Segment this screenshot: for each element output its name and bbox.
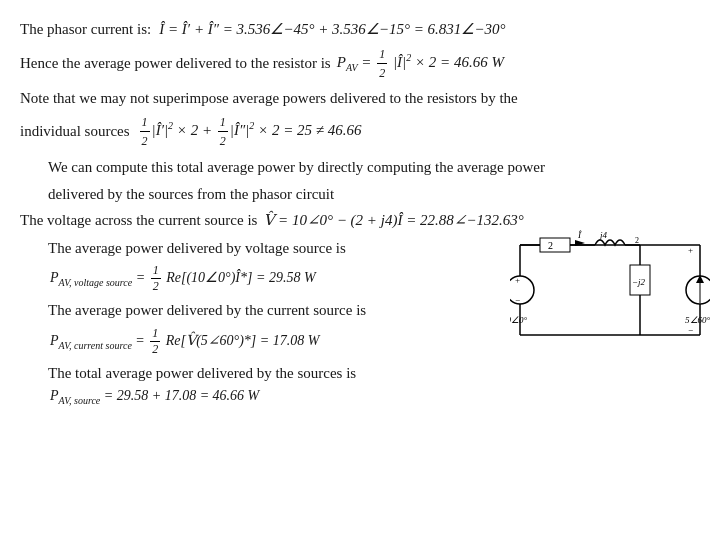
svg-text:−: − <box>688 325 693 335</box>
phasor-current-label: The phasor current is: <box>20 18 151 41</box>
avg-power-label: Hence the average power delivered to the… <box>20 52 331 75</box>
circuit-svg: + − 10∠0° 2 j4 −j2 5∠60° + − Î <box>510 225 710 355</box>
compute-line2: delivered by the sources from the phasor… <box>48 183 700 206</box>
phasor-formula: Î = Î′ + Î″ = 3.536∠−45° + 3.536∠−15° = … <box>159 18 505 41</box>
svg-text:2: 2 <box>635 236 639 245</box>
svg-text:2: 2 <box>548 240 553 251</box>
svg-text:10∠0°: 10∠0° <box>510 315 528 325</box>
phasor-current-line: The phasor current is: Î = Î′ + Î″ = 3.5… <box>20 18 700 41</box>
avg-power-resistor-line: Hence the average power delivered to the… <box>20 45 700 82</box>
svg-point-4 <box>510 276 534 304</box>
svg-text:j4: j4 <box>599 230 608 240</box>
voltage-formula: V̂ = 10∠0° − (2 + j4)Î = 22.88∠−132.63° <box>263 209 523 232</box>
compute-line1: We can compute this total average power … <box>48 156 700 179</box>
svg-text:−: − <box>515 295 520 305</box>
note-line2: individual sources 12|Î′|2 × 2 + 12|Î″|2… <box>20 113 700 150</box>
note-line1: Note that we may not superimpose average… <box>20 87 700 110</box>
avg-power-formula: PAV = 12 |Î|2 × 2 = 46.66 W <box>337 45 504 82</box>
total-formula: PAV, source = 29.58 + 17.08 = 46.66 W <box>50 388 700 406</box>
total-power-label: The total average power delivered by the… <box>48 362 700 385</box>
svg-text:−j2: −j2 <box>632 277 646 287</box>
svg-text:5∠60°: 5∠60° <box>685 315 710 325</box>
circuit-diagram: + − 10∠0° 2 j4 −j2 5∠60° + − Î <box>510 225 710 355</box>
svg-rect-8 <box>540 238 570 252</box>
svg-text:+: + <box>688 245 693 255</box>
svg-text:+: + <box>515 275 520 285</box>
note-formula: 12|Î′|2 × 2 + 12|Î″|2 × 2 = 25 ≠ 46.66 <box>138 113 362 150</box>
svg-text:Î: Î <box>577 230 582 240</box>
